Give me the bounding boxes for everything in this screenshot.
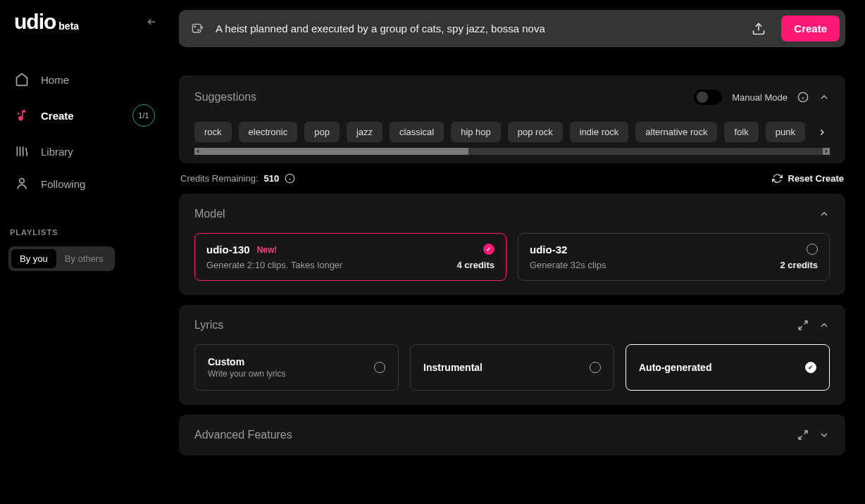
reset-label: Reset Create [788, 173, 845, 184]
collapse-sidebar-icon[interactable] [145, 15, 158, 28]
model-name: udio-130 [206, 244, 250, 256]
expand-icon[interactable] [797, 320, 809, 331]
chip-punk[interactable]: punk [766, 122, 805, 142]
prompt-input[interactable]: A heist planned and executed by a group … [216, 23, 740, 34]
credits-value: 510 [264, 173, 280, 184]
scroll-right-arrow[interactable] [823, 148, 830, 155]
music-create-icon [14, 108, 30, 123]
radio-checked-icon [483, 244, 494, 255]
lyrics-panel: Lyrics Custom Write your own lyrics Inst… [179, 305, 845, 405]
advanced-title: Advanced Features [194, 429, 292, 441]
sidebar-item-label: Home [41, 74, 155, 86]
lyrics-option-custom[interactable]: Custom Write your own lyrics [194, 344, 399, 391]
credits-row: Credits Remaining: 510 Reset Create [179, 173, 845, 184]
svg-point-2 [194, 25, 196, 27]
chips-next-icon[interactable] [814, 125, 830, 140]
radio-unchecked-icon [807, 244, 818, 255]
suggestions-title: Suggestions [194, 91, 256, 103]
lyrics-option-instrumental[interactable]: Instrumental [410, 344, 614, 391]
logo-row: udio beta [8, 10, 161, 34]
create-badge: 1/1 [132, 104, 155, 127]
home-icon [14, 72, 30, 87]
upload-icon[interactable] [752, 22, 766, 36]
sidebar-item-home[interactable]: Home [8, 63, 161, 96]
library-icon [14, 144, 30, 159]
scroll-left-arrow[interactable] [194, 148, 201, 155]
chip-jazz[interactable]: jazz [347, 122, 382, 142]
user-icon [14, 176, 30, 191]
dice-icon[interactable] [190, 22, 204, 36]
chevron-up-icon[interactable] [819, 320, 830, 331]
model-desc: Generate 2:10 clips. Takes longer [206, 260, 494, 270]
tab-by-you[interactable]: By you [11, 249, 56, 268]
chip-folk[interactable]: folk [724, 122, 758, 142]
lyrics-option-auto-generated[interactable]: Auto-generated [626, 344, 830, 391]
radio-unchecked-icon [590, 362, 601, 373]
new-badge: New! [257, 245, 278, 255]
lyrics-option-desc: Write your own lyrics [208, 369, 385, 379]
chip-classical[interactable]: classical [390, 122, 444, 142]
sidebar-item-label: Following [41, 178, 155, 190]
chip-pop-rock[interactable]: pop rock [508, 122, 563, 142]
model-name: udio-32 [530, 244, 567, 256]
svg-rect-1 [192, 24, 201, 32]
suggestion-chips: rock electronic pop jazz classical hip h… [194, 122, 830, 142]
chips-scrollbar[interactable] [194, 148, 830, 155]
lyrics-option-title: Instrumental [423, 362, 601, 373]
playlist-tabs: By you By others [8, 246, 115, 271]
model-credits: 4 credits [457, 260, 494, 270]
model-title: Model [194, 208, 225, 220]
chip-pop[interactable]: pop [304, 122, 340, 142]
logo[interactable]: udio beta [14, 10, 79, 34]
model-desc: Generate 32s clips [530, 260, 818, 270]
credits-label: Credits Remaining: [180, 173, 259, 184]
sidebar-item-label: Create [41, 110, 121, 122]
chip-electronic[interactable]: electronic [239, 122, 298, 142]
chevron-up-icon[interactable] [819, 208, 830, 220]
svg-point-0 [20, 179, 25, 184]
logo-text: udio [14, 10, 56, 34]
chevron-down-icon[interactable] [819, 429, 830, 441]
sidebar-item-create[interactable]: Create 1/1 [8, 96, 161, 135]
advanced-panel: Advanced Features [179, 415, 845, 455]
playlists-heading: PLAYLISTS [8, 228, 161, 237]
sidebar-item-following[interactable]: Following [8, 168, 161, 200]
tab-by-others[interactable]: By others [56, 249, 112, 268]
chip-rock[interactable]: rock [194, 122, 232, 142]
prompt-bar: A heist planned and executed by a group … [179, 10, 845, 47]
sidebar: udio beta Home Create 1/1 Library Follow… [0, 0, 169, 504]
model-panel: Model udio-130 New! Generate 2:10 clips.… [179, 194, 845, 295]
model-credits: 2 credits [780, 260, 818, 270]
suggestions-panel: Suggestions Manual Mode rock electronic … [179, 75, 845, 163]
chevron-up-icon[interactable] [819, 92, 830, 103]
scrollbar-thumb[interactable] [201, 148, 468, 155]
info-icon[interactable] [285, 173, 295, 184]
create-button[interactable]: Create [781, 15, 840, 42]
info-icon[interactable] [797, 92, 809, 103]
main-content: A heist planned and executed by a group … [169, 0, 865, 504]
model-option-udio-32[interactable]: udio-32 Generate 32s clips 2 credits [518, 233, 830, 281]
chip-alternative-rock[interactable]: alternative rock [635, 122, 717, 142]
sidebar-item-label: Library [41, 146, 155, 158]
manual-mode-toggle[interactable] [694, 89, 722, 105]
radio-checked-icon [805, 362, 816, 373]
logo-beta: beta [58, 20, 79, 32]
lyrics-title: Lyrics [194, 319, 223, 332]
lyrics-option-title: Custom [208, 356, 385, 367]
expand-icon[interactable] [797, 429, 809, 441]
chip-indie-rock[interactable]: indie rock [570, 122, 629, 142]
model-option-udio-130[interactable]: udio-130 New! Generate 2:10 clips. Takes… [194, 233, 506, 281]
sidebar-item-library[interactable]: Library [8, 135, 161, 168]
radio-unchecked-icon [374, 362, 385, 373]
lyrics-option-title: Auto-generated [639, 362, 816, 373]
reset-create-button[interactable]: Reset Create [772, 173, 845, 184]
manual-mode-label: Manual Mode [732, 92, 788, 103]
svg-point-3 [198, 29, 199, 30]
chip-hip-hop[interactable]: hip hop [451, 122, 501, 142]
